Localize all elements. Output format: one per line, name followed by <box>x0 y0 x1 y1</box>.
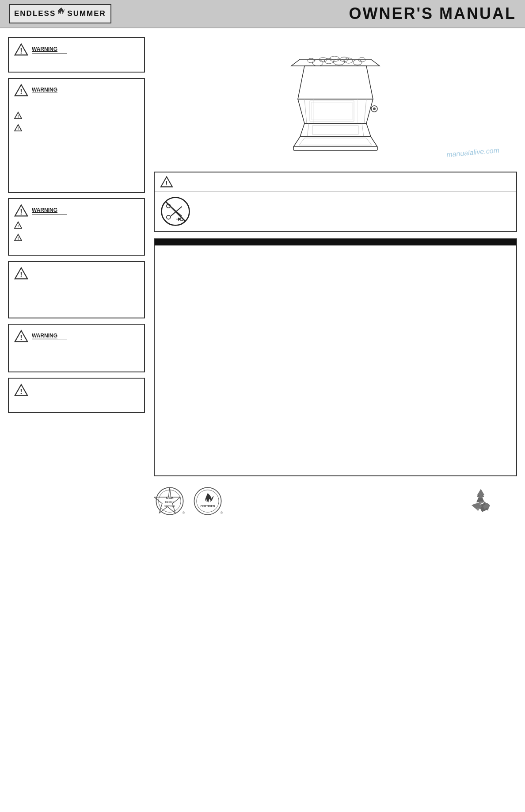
logo-text-left: ENDLESS <box>14 9 56 18</box>
black-section-body <box>155 245 516 475</box>
svg-marker-21 <box>298 66 373 99</box>
svg-point-26 <box>353 60 362 65</box>
warning-header-5: ! WARNING <box>14 329 139 343</box>
warning-header-6: ! <box>14 383 139 397</box>
warning-sub-text-3a <box>25 221 26 227</box>
no-cut-icon <box>160 196 191 227</box>
warning-title-3: WARNING <box>32 207 67 214</box>
svg-text:!: ! <box>20 208 22 216</box>
warning-sub-text-2b <box>25 124 26 130</box>
recycle-icon <box>467 487 495 515</box>
svg-text:DESIGN: DESIGN <box>165 501 175 503</box>
info-warning-body <box>155 192 516 231</box>
csa-design-badge-icon: CSA DESIGN CERTIFIED ® <box>154 485 186 517</box>
warning-title-5: WARNING <box>32 333 67 340</box>
warning-text-2 <box>14 100 139 109</box>
warning-triangle-5: ! <box>14 329 28 343</box>
svg-marker-46 <box>299 138 372 145</box>
info-warning-box-header: ! <box>155 172 516 192</box>
svg-text:CSA: CSA <box>166 496 173 500</box>
page-title: OWNER'S MANUAL <box>349 4 516 23</box>
warning-sub-triangle-2a: ! <box>14 111 22 119</box>
warning-sub-triangle-2b: ! <box>14 124 22 132</box>
svg-text:!: ! <box>166 180 168 187</box>
warning-sub-2a: ! <box>14 111 139 119</box>
warning-box-5: ! WARNING <box>8 324 145 372</box>
black-section-header <box>155 239 516 245</box>
warning-triangle-3: ! <box>14 203 28 218</box>
warning-sub-text-2a <box>25 111 26 117</box>
warning-header-4: ! <box>14 266 139 280</box>
warning-box-1: ! WARNING <box>8 37 145 73</box>
warning-triangle-6: ! <box>14 383 28 397</box>
svg-text:CERTIFIED: CERTIFIED <box>200 505 215 508</box>
left-warnings-column: ! WARNING ! WARNING <box>8 37 145 520</box>
svg-text:!: ! <box>18 126 19 131</box>
product-image-area: manualalive.com <box>154 37 517 165</box>
warning-sub-2b: ! <box>14 124 139 132</box>
svg-text:®: ® <box>221 511 223 515</box>
warning-box-6: ! <box>8 378 145 413</box>
info-warning-header-text <box>177 179 178 184</box>
info-warning-body-text <box>195 196 197 203</box>
svg-rect-47 <box>293 147 377 150</box>
svg-rect-38 <box>312 102 352 120</box>
warning-header-1: ! WARNING <box>14 42 139 57</box>
flame-icon <box>57 7 66 21</box>
svg-line-34 <box>364 99 366 123</box>
warning-triangle-4: ! <box>14 266 28 280</box>
svg-rect-44 <box>312 126 358 134</box>
warning-box-3: ! WARNING ! ! <box>8 198 145 256</box>
svg-text:!: ! <box>18 224 19 228</box>
svg-text:CERTIFIED: CERTIFIED <box>164 505 175 507</box>
warning-text-4 <box>14 283 139 289</box>
warning-sub-triangle-3b: ! <box>14 234 22 241</box>
warning-sub-text-3b <box>25 234 26 239</box>
svg-text:!: ! <box>20 334 22 341</box>
svg-line-42 <box>307 123 309 137</box>
warning-text-1 <box>32 59 139 65</box>
warning-triangle-1: ! <box>14 42 28 57</box>
svg-text:!: ! <box>20 47 22 55</box>
logo-text-right: SUMMER <box>67 9 106 18</box>
csa-design-badge: CSA DESIGN CERTIFIED ® <box>154 485 186 517</box>
svg-point-31 <box>358 57 365 62</box>
black-content-section <box>154 238 517 476</box>
warning-text-6 <box>14 400 139 406</box>
brand-logo: ENDLESS SUMMER <box>9 4 111 23</box>
warning-box-2: ! WARNING ! ! <box>8 78 145 193</box>
svg-marker-20 <box>291 59 380 66</box>
svg-point-22 <box>312 60 323 66</box>
warning-header-3: ! WARNING <box>14 203 139 218</box>
svg-marker-45 <box>293 137 377 147</box>
info-warning-triangle: ! <box>160 176 173 188</box>
recycle-area <box>230 487 517 515</box>
svg-line-43 <box>362 123 364 137</box>
svg-text:!: ! <box>18 114 19 119</box>
svg-line-33 <box>304 99 307 123</box>
warning-box-4: ! <box>8 261 145 318</box>
csa-certified-badge: CERTIFIED ® <box>192 485 224 517</box>
info-warning-box: ! <box>154 172 517 232</box>
warning-title-1: WARNING <box>32 46 67 54</box>
product-image <box>274 42 397 157</box>
right-column: manualalive.com ! <box>154 37 517 520</box>
certification-badges: CSA DESIGN CERTIFIED ® CERTIFIED ® <box>154 483 517 520</box>
main-content: ! WARNING ! WARNING <box>0 28 525 524</box>
svg-point-28 <box>319 57 327 62</box>
csa-certified-badge-icon: CERTIFIED ® <box>192 485 224 517</box>
warning-triangle-2: ! <box>14 83 28 97</box>
warning-sub-3a: ! <box>14 221 139 229</box>
svg-text:!: ! <box>20 271 22 279</box>
page-header: ENDLESS SUMMER OWNER'S MANUAL <box>0 0 525 28</box>
svg-text:!: ! <box>20 88 22 96</box>
svg-point-54 <box>167 215 171 219</box>
svg-marker-41 <box>300 123 371 137</box>
warning-sub-3b: ! <box>14 234 139 241</box>
warning-title-2: WARNING <box>32 87 67 94</box>
svg-rect-37 <box>310 101 354 121</box>
warning-header-2: ! WARNING <box>14 83 139 97</box>
svg-text:®: ® <box>183 511 185 515</box>
warning-text-5 <box>14 346 139 352</box>
svg-text:!: ! <box>20 388 22 395</box>
